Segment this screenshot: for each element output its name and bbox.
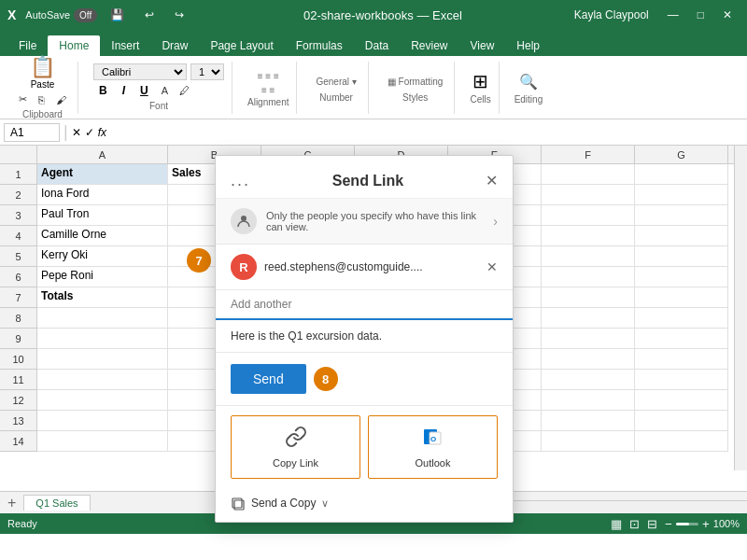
cell-A11[interactable] xyxy=(37,370,168,390)
autosave-toggle[interactable]: AutoSave Off xyxy=(25,8,97,22)
row-header-7[interactable]: 7 xyxy=(0,287,37,308)
cell-A6[interactable]: Pepe Roni xyxy=(37,267,168,287)
zoom-out-button[interactable]: − xyxy=(665,517,672,531)
col-header-F[interactable]: F xyxy=(542,146,635,163)
font-family-select[interactable]: Calibri xyxy=(93,63,187,80)
paste-button[interactable]: 📋 Paste xyxy=(30,55,55,90)
cell-G6[interactable] xyxy=(635,267,728,287)
cell-G5[interactable] xyxy=(635,246,728,267)
cell-F11[interactable] xyxy=(542,370,635,390)
row-header-11[interactable]: 11 xyxy=(0,370,37,390)
cell-F1[interactable] xyxy=(542,164,635,185)
tab-review[interactable]: Review xyxy=(400,35,458,56)
cell-F13[interactable] xyxy=(542,411,635,431)
view-page-button[interactable]: ⊡ xyxy=(629,517,640,531)
send-a-copy-row[interactable]: Send a Copy ∨ xyxy=(216,488,513,522)
cell-A8[interactable] xyxy=(37,308,168,329)
zoom-in-button[interactable]: + xyxy=(702,517,710,531)
row-header-1[interactable]: 1 xyxy=(0,164,37,185)
cell-G11[interactable] xyxy=(635,370,728,390)
cell-A12[interactable] xyxy=(37,390,168,411)
col-header-A[interactable]: A xyxy=(37,146,168,163)
format-painter-button[interactable]: 🖌 xyxy=(52,92,70,107)
message-input[interactable] xyxy=(231,329,498,343)
row-header-13[interactable]: 13 xyxy=(0,411,37,431)
row-header-5[interactable]: 5 xyxy=(0,246,37,267)
cell-F12[interactable] xyxy=(542,390,635,411)
recipient-remove-button[interactable]: ✕ xyxy=(486,259,498,274)
col-header-G[interactable]: G xyxy=(635,146,728,163)
copy-button[interactable]: ⎘ xyxy=(35,92,49,107)
cell-G9[interactable] xyxy=(635,329,728,349)
cell-F14[interactable] xyxy=(542,431,635,452)
autosave-state[interactable]: Off xyxy=(74,8,97,22)
row-header-12[interactable]: 12 xyxy=(0,390,37,411)
cell-A4[interactable]: Camille Orne xyxy=(37,226,168,246)
font-color-button[interactable]: A xyxy=(158,83,172,98)
tab-home[interactable]: Home xyxy=(48,35,100,56)
zoom-slider[interactable] xyxy=(676,523,698,525)
search-button[interactable]: 🔍 xyxy=(515,71,542,92)
undo-button[interactable]: ↩ xyxy=(137,5,162,25)
cell-F5[interactable] xyxy=(542,246,635,267)
maximize-button[interactable]: □ xyxy=(690,5,712,25)
cell-G10[interactable] xyxy=(635,349,728,370)
italic-button[interactable]: I xyxy=(117,82,131,99)
cell-G1[interactable] xyxy=(635,164,728,185)
tab-insert[interactable]: Insert xyxy=(100,35,150,56)
tab-data[interactable]: Data xyxy=(354,35,400,56)
cell-F2[interactable] xyxy=(542,185,635,205)
row-header-14[interactable]: 14 xyxy=(0,431,37,452)
cell-A14[interactable] xyxy=(37,431,168,452)
vertical-scrollbar[interactable] xyxy=(734,146,747,470)
cell-F3[interactable] xyxy=(542,205,635,226)
row-header-9[interactable]: 9 xyxy=(0,329,37,349)
underline-button[interactable]: U xyxy=(134,82,154,99)
cell-G2[interactable] xyxy=(635,185,728,205)
tab-formulas[interactable]: Formulas xyxy=(285,35,354,56)
cell-A9[interactable] xyxy=(37,329,168,349)
close-button[interactable]: ✕ xyxy=(715,5,740,25)
tab-help[interactable]: Help xyxy=(505,35,551,56)
cell-A5[interactable]: Kerry Oki xyxy=(37,246,168,267)
copy-link-button[interactable]: Copy Link xyxy=(231,415,360,479)
sheet-tab-q1-sales[interactable]: Q1 Sales xyxy=(23,495,90,511)
font-size-select[interactable]: 14 xyxy=(190,63,224,80)
cut-button[interactable]: ✂ xyxy=(15,91,31,107)
cell-A3[interactable]: Paul Tron xyxy=(37,205,168,226)
cell-G13[interactable] xyxy=(635,411,728,431)
cell-F7[interactable] xyxy=(542,287,635,308)
row-header-6[interactable]: 6 xyxy=(0,267,37,287)
tab-view[interactable]: View xyxy=(459,35,506,56)
cell-reference-input[interactable] xyxy=(4,123,60,142)
tab-page-layout[interactable]: Page Layout xyxy=(199,35,284,56)
cell-G14[interactable] xyxy=(635,431,728,452)
tab-file[interactable]: File xyxy=(7,35,48,56)
row-header-8[interactable]: 8 xyxy=(0,308,37,329)
redo-button[interactable]: ↪ xyxy=(167,5,191,25)
save-button[interactable]: 💾 xyxy=(103,5,132,25)
highlight-button[interactable]: 🖊 xyxy=(176,83,193,98)
dialog-more-options-button[interactable]: ... xyxy=(231,171,250,190)
view-normal-button[interactable]: ▦ xyxy=(611,517,622,531)
cell-A7[interactable]: Totals xyxy=(37,287,168,308)
cell-A13[interactable] xyxy=(37,411,168,431)
row-header-10[interactable]: 10 xyxy=(0,349,37,370)
cell-G12[interactable] xyxy=(635,390,728,411)
cell-F8[interactable] xyxy=(542,308,635,329)
row-header-4[interactable]: 4 xyxy=(0,226,37,246)
bold-button[interactable]: B xyxy=(93,82,113,99)
formula-input[interactable] xyxy=(110,124,743,141)
view-break-button[interactable]: ⊟ xyxy=(647,517,657,531)
add-sheet-button[interactable]: + xyxy=(0,493,23,513)
row-header-2[interactable]: 2 xyxy=(0,185,37,205)
cell-F6[interactable] xyxy=(542,267,635,287)
tab-draw[interactable]: Draw xyxy=(150,35,199,56)
cell-A2[interactable]: Iona Ford xyxy=(37,185,168,205)
cell-A1[interactable]: Agent xyxy=(37,164,168,185)
cell-F9[interactable] xyxy=(542,329,635,349)
send-button[interactable]: Send xyxy=(231,364,306,394)
cell-F10[interactable] xyxy=(542,349,635,370)
row-header-3[interactable]: 3 xyxy=(0,205,37,226)
dialog-close-button[interactable]: ✕ xyxy=(486,172,498,189)
